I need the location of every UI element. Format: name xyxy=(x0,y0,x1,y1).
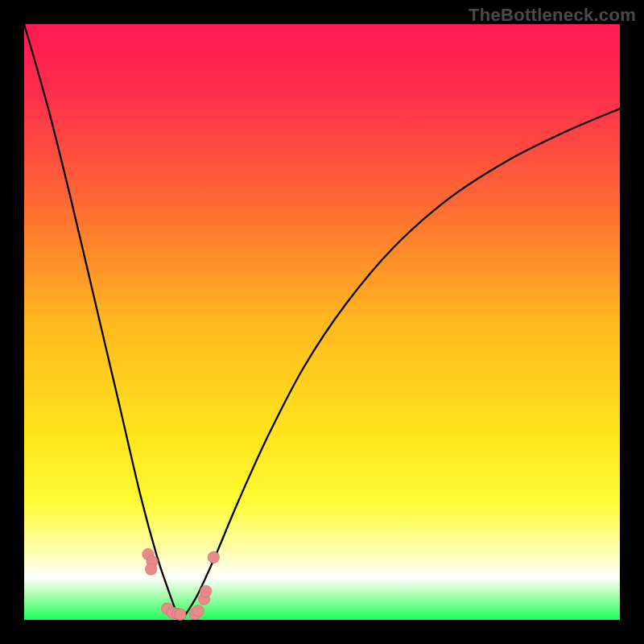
gradient-background xyxy=(24,24,620,620)
data-marker xyxy=(192,605,204,617)
data-marker xyxy=(145,564,156,575)
chart-container: TheBottleneck.com xyxy=(0,0,644,644)
data-marker xyxy=(175,609,186,620)
data-marker xyxy=(208,551,219,563)
data-marker xyxy=(200,585,212,597)
watermark-text: TheBottleneck.com xyxy=(469,5,636,26)
bottleneck-plot xyxy=(0,0,644,644)
